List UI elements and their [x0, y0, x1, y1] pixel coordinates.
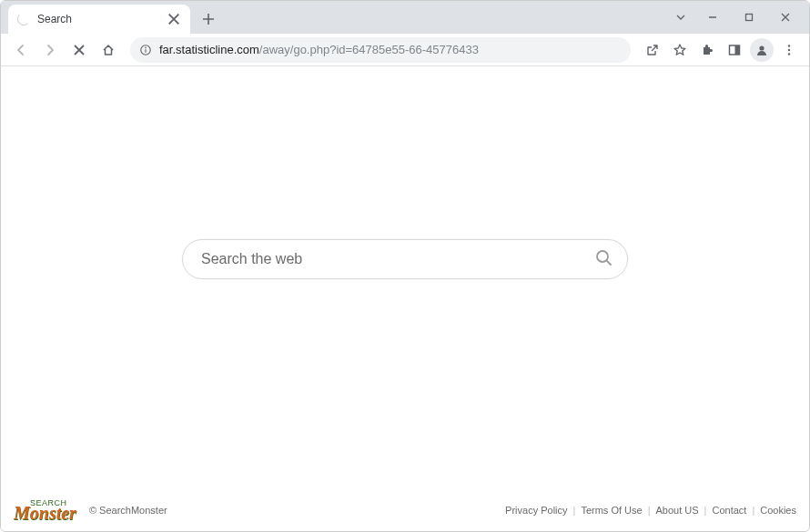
minimize-button[interactable]: [694, 5, 731, 30]
window-controls: [667, 1, 804, 34]
svg-point-5: [759, 45, 764, 50]
close-icon: [780, 12, 791, 23]
puzzle-icon: [700, 43, 714, 57]
arrow-right-icon: [43, 43, 57, 57]
maximize-button[interactable]: [731, 5, 767, 30]
kebab-icon: [782, 43, 796, 57]
panel-icon: [727, 43, 742, 57]
forward-button[interactable]: [37, 37, 63, 63]
footer-link-cookies[interactable]: Cookies: [760, 505, 796, 516]
minimize-icon: [707, 12, 718, 23]
chevron-down-icon: [675, 12, 686, 23]
footer-left: SEARCH Monster © SearchMonster: [14, 498, 167, 522]
share-button[interactable]: [640, 37, 665, 63]
bookmark-button[interactable]: [667, 37, 693, 63]
url-host: far.statisticline.com: [159, 43, 259, 56]
close-window-button[interactable]: [767, 5, 804, 30]
new-tab-button[interactable]: [196, 6, 221, 32]
home-icon: [101, 43, 116, 57]
info-icon: [139, 44, 152, 56]
search-box[interactable]: [182, 239, 628, 279]
footer-link-terms[interactable]: Terms Of Use: [581, 505, 642, 516]
url-text: far.statisticline.com/away/go.php?id=647…: [159, 43, 622, 56]
page-footer: SEARCH Monster © SearchMonster Privacy P…: [1, 493, 809, 531]
footer-link-privacy[interactable]: Privacy Policy: [505, 505, 567, 516]
close-icon: [167, 12, 181, 26]
share-icon: [645, 43, 660, 57]
footer-links: Privacy Policy| Terms Of Use| About US| …: [505, 505, 796, 516]
svg-point-2: [145, 46, 147, 48]
logo: SEARCH Monster: [14, 498, 76, 522]
extensions-button[interactable]: [694, 37, 720, 63]
browser-tab[interactable]: Search: [8, 5, 190, 34]
stop-reload-button[interactable]: [66, 37, 92, 63]
home-button[interactable]: [96, 37, 121, 63]
svg-point-8: [788, 53, 790, 55]
profile-button[interactable]: [749, 37, 775, 63]
star-icon: [673, 43, 687, 57]
footer-link-contact[interactable]: Contact: [712, 505, 746, 516]
search-submit[interactable]: [594, 248, 613, 270]
toolbar-right: [640, 37, 802, 63]
search-icon: [594, 248, 613, 266]
back-button[interactable]: [8, 37, 34, 63]
tab-search-button[interactable]: [667, 5, 694, 30]
search-container: [182, 239, 628, 279]
svg-point-9: [597, 251, 608, 262]
footer-link-about[interactable]: About US: [656, 505, 699, 516]
plus-icon: [202, 13, 215, 25]
sidepanel-button[interactable]: [722, 37, 747, 63]
person-icon: [754, 43, 769, 57]
avatar: [750, 38, 774, 62]
svg-point-6: [788, 45, 790, 46]
close-icon: [72, 43, 86, 57]
browser-toolbar: far.statisticline.com/away/go.php?id=647…: [1, 34, 809, 66]
address-bar[interactable]: far.statisticline.com/away/go.php?id=647…: [130, 37, 631, 63]
url-path: /away/go.php?id=64785e55-66-45776433: [259, 43, 479, 56]
page-content: SEARCH Monster © SearchMonster Privacy P…: [1, 66, 809, 531]
svg-point-7: [788, 48, 790, 50]
svg-rect-4: [735, 45, 740, 55]
maximize-icon: [744, 12, 754, 23]
titlebar: Search: [1, 1, 809, 34]
search-input[interactable]: [201, 251, 594, 267]
loading-spinner-icon: [17, 13, 30, 25]
menu-button[interactable]: [776, 37, 802, 63]
tab-title: Search: [37, 13, 167, 25]
arrow-left-icon: [14, 43, 28, 57]
copyright-text: © SearchMonster: [89, 505, 167, 516]
svg-rect-0: [746, 15, 753, 21]
logo-word-text: Monster: [14, 503, 76, 523]
tab-close-button[interactable]: [167, 12, 181, 26]
